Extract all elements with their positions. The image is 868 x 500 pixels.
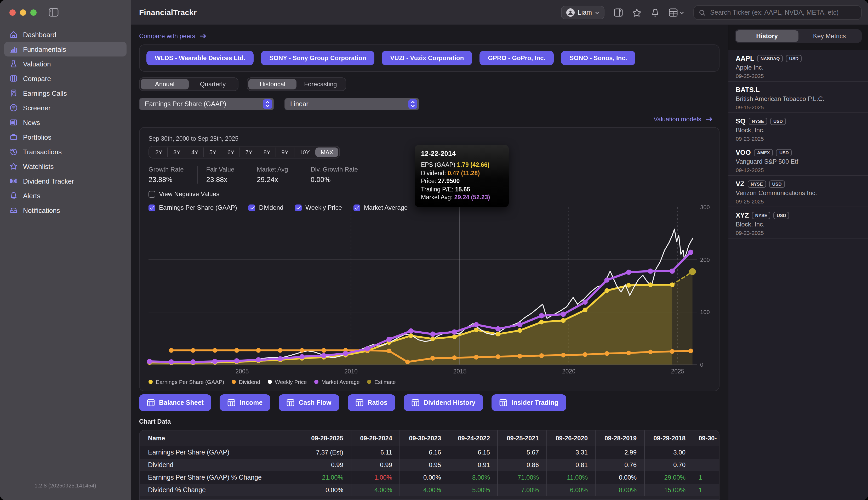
- bars-icon: [9, 45, 18, 53]
- sidebar-item-watchlists[interactable]: Watchlists: [4, 159, 127, 174]
- tab-historical[interactable]: Historical: [248, 79, 297, 89]
- history-item-xyz[interactable]: XYZNYSEUSDBlock, Inc.09-23-2025: [728, 207, 868, 238]
- sidebar-item-compare[interactable]: Compare: [4, 71, 127, 86]
- row-value: 0.86: [497, 459, 546, 471]
- row-value: 71.00%: [497, 471, 546, 484]
- app-title: FinancialTrackr: [139, 8, 197, 17]
- price-chart[interactable]: 010020030020052010201520202025: [140, 204, 717, 378]
- sidebar-toggle-icon[interactable]: [49, 8, 59, 19]
- balance-sheet-button[interactable]: Balance Sheet: [139, 394, 211, 411]
- range-button-3y[interactable]: 3Y: [168, 147, 186, 157]
- range-button-9y[interactable]: 9Y: [276, 147, 294, 157]
- range-button-2y[interactable]: 2Y: [150, 147, 168, 157]
- exchange-badge: USD: [770, 117, 786, 125]
- range-button-8y[interactable]: 8Y: [258, 147, 276, 157]
- panel-toggle-icon[interactable]: [614, 8, 623, 17]
- favorites-star-icon[interactable]: [632, 8, 641, 17]
- sidebar-item-dividend-tracker[interactable]: Dividend Tracker: [4, 174, 127, 188]
- history-item-bats.l[interactable]: BATS.LBritish American Tobacco P.L.C.09-…: [728, 82, 868, 113]
- row-value: 0.00%: [302, 484, 351, 496]
- column-header: 09-25-2021: [497, 430, 546, 446]
- tooltip-row: Market Avg: 29.24 (52.23): [421, 194, 502, 202]
- sidebar-item-alerts[interactable]: Alerts: [4, 188, 127, 203]
- sidebar: DashboardFundamentalsValuationCompareEar…: [0, 0, 131, 500]
- sidebar-item-notifications[interactable]: Notifications: [4, 203, 127, 218]
- compare-with-peers-link[interactable]: Compare with peers: [139, 32, 719, 40]
- valuation-models-link[interactable]: Valuation models: [139, 115, 719, 123]
- range-button-7y[interactable]: 7Y: [240, 147, 258, 157]
- minimize-button[interactable]: [20, 9, 26, 16]
- exchange-badge: NYSE: [749, 117, 767, 125]
- range-button-10y[interactable]: 10Y: [294, 147, 315, 157]
- close-button[interactable]: [9, 9, 16, 16]
- header: FinancialTrackr Liam: [131, 0, 868, 25]
- income-button[interactable]: Income: [220, 394, 270, 411]
- period-tabs: AnnualQuarterly: [139, 77, 239, 91]
- scale-select[interactable]: Linear: [285, 98, 419, 110]
- cash-flow-button[interactable]: Cash Flow: [279, 394, 339, 411]
- row-value: 2.99: [595, 446, 644, 459]
- sidebar-item-earnings-calls[interactable]: Earnings Calls: [4, 86, 127, 100]
- peer-button-sony[interactable]: SONY - Sony Group Corporation: [261, 51, 374, 65]
- history-item-sq[interactable]: SQNYSEUSDBlock, Inc.09-23-2025: [728, 113, 868, 144]
- notifications-bell-icon[interactable]: [651, 8, 659, 17]
- tab-key-metrics[interactable]: Key Metrics: [798, 30, 861, 42]
- tab-quarterly[interactable]: Quarterly: [189, 79, 237, 89]
- table-row: Dividend % Change0.00%4.00%4.00%5.00%7.0…: [140, 484, 719, 496]
- metric-select[interactable]: Earnings Per Share (GAAP): [139, 98, 274, 110]
- range-selector: 2Y3Y4Y5Y6Y7Y8Y9Y10YMAX: [149, 146, 340, 158]
- row-value: 5.67: [497, 446, 546, 459]
- history-item-vz[interactable]: VZNYSEUSDVerizon Communications Inc.09-2…: [728, 176, 868, 207]
- arrow-right-icon: [199, 33, 207, 39]
- column-header: 09-28-2024: [351, 430, 400, 446]
- tooltip-date: 12-22-2014: [421, 150, 502, 157]
- sidebar-item-portfolios[interactable]: Portfolios: [4, 130, 127, 144]
- zoom-button[interactable]: [30, 9, 37, 16]
- tab-forecasting[interactable]: Forecasting: [297, 79, 345, 89]
- peer-button-gpro[interactable]: GPRO - GoPro, Inc.: [479, 51, 554, 65]
- table-view-menu[interactable]: [669, 8, 684, 17]
- row-value: 0.70: [644, 459, 693, 471]
- column-header: 09-24-2022: [448, 430, 497, 446]
- range-button-6y[interactable]: 6Y: [222, 147, 240, 157]
- ratios-button[interactable]: Ratios: [348, 394, 395, 411]
- app-version: 1.2.8 (20250925.141454): [0, 482, 131, 488]
- sidebar-item-valuation[interactable]: Valuation: [4, 56, 127, 71]
- row-value: 8.00%: [448, 471, 497, 484]
- avatar: [566, 8, 575, 17]
- app-window: DashboardFundamentalsValuationCompareEar…: [0, 0, 868, 500]
- chart-data-table[interactable]: Name09-28-202509-28-202409-30-202309-24-…: [139, 430, 719, 500]
- user-menu[interactable]: Liam: [561, 6, 604, 19]
- sidebar-item-transactions[interactable]: Transactions: [4, 144, 127, 159]
- sidebar-item-dashboard[interactable]: Dashboard: [4, 27, 127, 42]
- stat-div-growth-rate: Div. Growth Rate0.00%: [302, 166, 371, 184]
- sidebar-nav: DashboardFundamentalsValuationCompareEar…: [4, 27, 127, 218]
- tab-history[interactable]: History: [736, 30, 798, 42]
- svg-text:2025: 2025: [671, 368, 684, 375]
- dividend-history-button[interactable]: Dividend History: [404, 394, 483, 411]
- chart-date-range: Sep 30th, 2000 to Sep 28th, 2025: [149, 135, 710, 142]
- peer-button-sono[interactable]: SONO - Sonos, Inc.: [561, 51, 635, 65]
- range-button-5y[interactable]: 5Y: [204, 147, 222, 157]
- table-grid-icon: [500, 399, 508, 406]
- search-input[interactable]: [709, 8, 856, 17]
- peer-button-wlds[interactable]: WLDS - Wearable Devices Ltd.: [147, 51, 254, 65]
- range-button-4y[interactable]: 4Y: [186, 147, 204, 157]
- range-button-max[interactable]: MAX: [315, 147, 338, 157]
- history-item-aapl[interactable]: AAPLNASDAQUSDApple Inc.09-25-2025: [728, 50, 868, 82]
- filter-icon: [9, 104, 18, 112]
- svg-text:2020: 2020: [562, 368, 576, 375]
- tab-annual[interactable]: Annual: [141, 79, 189, 89]
- sidebar-item-screener[interactable]: Screener: [4, 100, 127, 115]
- search-icon: [699, 9, 705, 16]
- view-negative-checkbox[interactable]: View Negative Values: [149, 190, 219, 198]
- history-item-voo[interactable]: VOOAMEXUSDVanguard S&P 500 Etf09-12-2025: [728, 144, 868, 176]
- peer-button-vuzi[interactable]: VUZI - Vuzix Corporation: [382, 51, 472, 65]
- row-value: 0.81: [546, 459, 595, 471]
- insider-trading-button[interactable]: Insider Trading: [492, 394, 566, 411]
- cash-icon: [9, 177, 18, 185]
- table-row: Earnings Per Share (GAAP)7.37 (Est)6.116…: [140, 446, 719, 459]
- sidebar-item-news[interactable]: News: [4, 115, 127, 130]
- legend-item: Weekly Price: [267, 379, 307, 385]
- sidebar-item-fundamentals[interactable]: Fundamentals: [4, 42, 127, 56]
